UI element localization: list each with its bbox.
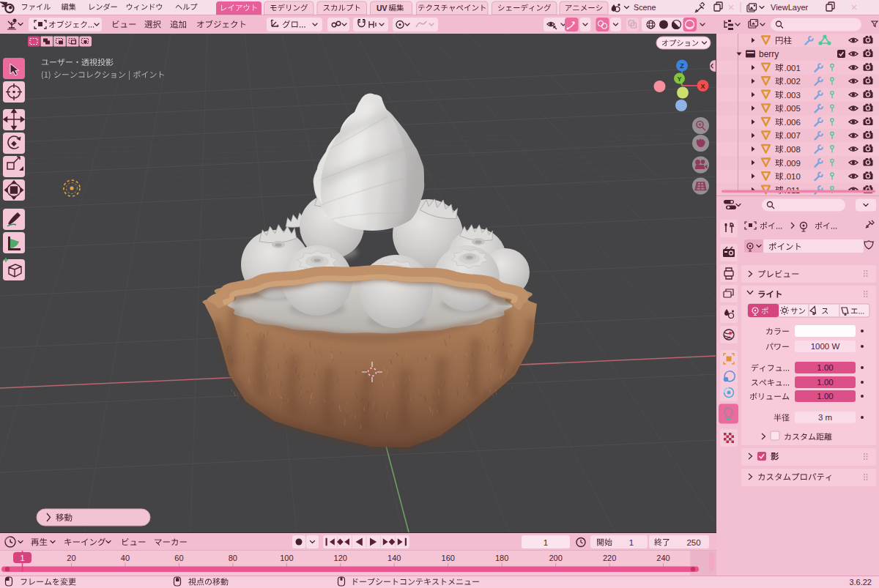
svg-text:1: 1 xyxy=(629,538,634,547)
svg-text:1: 1 xyxy=(20,554,24,562)
svg-text:1000 W: 1000 W xyxy=(811,342,840,351)
svg-text:140: 140 xyxy=(387,554,401,562)
svg-text:Scene: Scene xyxy=(634,3,656,12)
svg-text:1: 1 xyxy=(544,538,548,547)
svg-text:.009: .009 xyxy=(785,159,801,168)
svg-text:.001: .001 xyxy=(785,64,801,72)
svg-text:200: 200 xyxy=(549,554,562,562)
svg-text:.010: .010 xyxy=(785,172,801,181)
svg-text:berry: berry xyxy=(759,49,779,59)
svg-text:40: 40 xyxy=(121,554,130,562)
svg-text:1.00: 1.00 xyxy=(817,363,833,372)
svg-text:.008: .008 xyxy=(785,145,801,154)
svg-text:1.00: 1.00 xyxy=(817,392,833,401)
svg-text:ViewLayer: ViewLayer xyxy=(771,3,808,12)
svg-text:250: 250 xyxy=(686,538,700,547)
svg-text:.005: .005 xyxy=(785,104,801,113)
svg-text:60: 60 xyxy=(174,554,183,562)
svg-text:.006: .006 xyxy=(785,118,801,127)
svg-text:.007: .007 xyxy=(785,131,801,140)
svg-text:Z: Z xyxy=(680,62,684,70)
svg-text:120: 120 xyxy=(334,554,347,562)
svg-text:3.6.22: 3.6.22 xyxy=(849,578,872,587)
svg-text:240: 240 xyxy=(656,554,670,562)
svg-text:80: 80 xyxy=(229,554,237,562)
svg-text:Y: Y xyxy=(677,75,681,83)
svg-text:.003: .003 xyxy=(785,91,801,100)
svg-text:1.00: 1.00 xyxy=(817,378,833,387)
svg-text:220: 220 xyxy=(603,554,616,562)
svg-text:X: X xyxy=(700,83,705,90)
svg-text:UV: UV xyxy=(377,4,387,12)
svg-text:3 m: 3 m xyxy=(818,413,832,422)
svg-text:100: 100 xyxy=(280,554,293,562)
svg-text:.002: .002 xyxy=(785,77,801,86)
svg-text:180: 180 xyxy=(495,554,508,562)
svg-text:160: 160 xyxy=(442,554,455,562)
svg-text:20: 20 xyxy=(67,554,75,562)
